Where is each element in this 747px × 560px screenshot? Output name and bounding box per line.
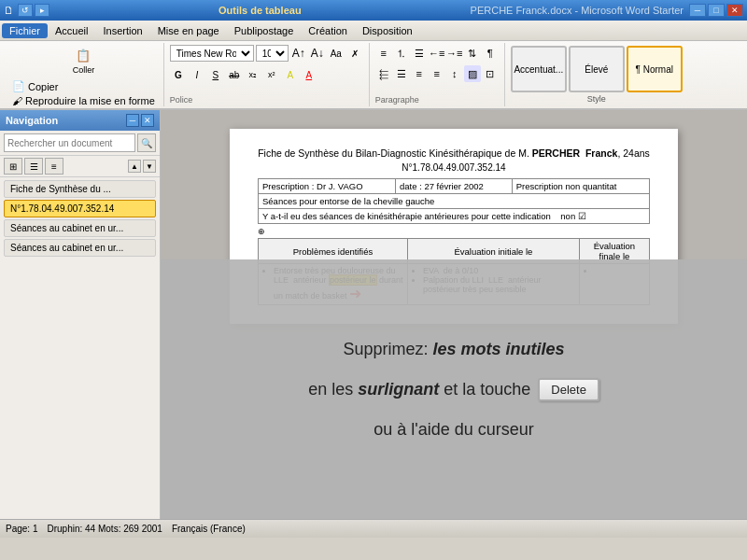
menu-insertion[interactable]: Insertion: [95, 23, 149, 38]
paragraphe-content: ≡ ⒈ ☰ ←≡ →≡ ⇅ ¶ ⬱ ☰ ≡ ≡ ↕ ▨ ⊡: [375, 45, 499, 84]
nav-view-results-button[interactable]: ≡: [45, 158, 63, 175]
font-size-select[interactable]: 10: [256, 45, 289, 62]
tooltip-line-2: en les surlignant et la touche Delete: [308, 378, 599, 401]
window-controls[interactable]: ─ □ ✕: [689, 4, 743, 17]
coller-icon: 📋: [76, 49, 91, 63]
nav-item-3[interactable]: Séances au cabinet en ur...: [4, 239, 156, 257]
doc-title: Fiche de Synthèse du Bilan-Diagnostic Ki…: [258, 147, 650, 159]
style-eleve-label: Élevé: [585, 64, 608, 75]
police-label: Police: [170, 93, 193, 105]
title-bar-left: 🗋 ↺ ▸: [4, 4, 49, 17]
status-page: Page: 1: [6, 524, 37, 534]
menu-disposition[interactable]: Disposition: [355, 23, 420, 38]
menu-accueil[interactable]: Accueil: [48, 23, 95, 38]
nav-item-2[interactable]: Séances au cabinet en ur...: [4, 219, 156, 237]
style-buttons: Accentuat... Élevé ¶ Normal: [511, 46, 683, 92]
police-content: Times New Ro 10 A↑ A↓ Aa ✗ G I S ab x₂: [170, 45, 363, 83]
multilevel-button[interactable]: ☰: [411, 45, 428, 62]
increase-indent-button[interactable]: →≡: [446, 45, 463, 62]
show-formatting-button[interactable]: ¶: [482, 45, 499, 62]
superscript-button[interactable]: x²: [263, 66, 280, 83]
align-left-button[interactable]: ⬱: [375, 65, 392, 82]
maximize-button[interactable]: □: [708, 4, 725, 17]
nav-view-group: ⊞ ☰ ≡: [4, 158, 63, 175]
nav-view-page-button[interactable]: ⊞: [4, 158, 22, 175]
doc-info-table: Prescription : Dr J. VAGO date : 27 févr…: [258, 178, 650, 224]
subscript-button[interactable]: x₂: [245, 66, 261, 83]
add-row-btn[interactable]: ⊕: [258, 227, 650, 236]
menu-fichier[interactable]: Fichier: [2, 23, 48, 38]
align-right-button[interactable]: ≡: [411, 65, 428, 82]
prescription-type-cell: Prescription non quantitat: [512, 179, 649, 194]
nav-pin-button[interactable]: ─: [126, 114, 139, 127]
copier-button[interactable]: 📄 Copier: [9, 79, 158, 93]
font-grow-button[interactable]: A↑: [290, 45, 307, 62]
clear-format-button[interactable]: ✗: [346, 45, 363, 62]
nav-view-headings-button[interactable]: ☰: [24, 158, 43, 175]
italic-button[interactable]: I: [189, 66, 205, 83]
close-button[interactable]: ✕: [726, 4, 743, 17]
font-family-select[interactable]: Times New Ro: [170, 45, 254, 62]
nav-panel-title: Navigation: [6, 115, 58, 126]
nav-items-list: Fiche de Synthèse du ... N°1.78.04.49.00…: [0, 177, 160, 519]
nav-item-0[interactable]: Fiche de Synthèse du ...: [4, 180, 156, 198]
ribbon-content: 📋 Coller 📄 Copier 🖌 Reproduire la mise e…: [0, 41, 747, 108]
style-content: Accentuat... Élevé ¶ Normal Style: [511, 46, 683, 104]
status-words: Druphin: 44 Mots: 269 2001: [47, 524, 162, 534]
font-color-button[interactable]: A: [301, 66, 317, 83]
strikethrough-button[interactable]: ab: [226, 66, 243, 83]
bullets-button[interactable]: ≡: [375, 45, 392, 62]
style-accentuat-button[interactable]: Accentuat...: [511, 46, 567, 92]
bold-button[interactable]: G: [170, 66, 187, 83]
presse-papiers-content: 📋 Coller 📄 Copier 🖌 Reproduire la mise e…: [9, 45, 158, 107]
menu-creation[interactable]: Création: [301, 23, 355, 38]
question-cell: Y a-t-il eu des séances de kinésithérapi…: [259, 209, 650, 224]
coller-button[interactable]: 📋 Coller: [9, 45, 158, 78]
menu-mise-en-page[interactable]: Mise en page: [150, 23, 227, 38]
tooltip-line-1: Supprimez: les mots inutiles: [343, 340, 564, 359]
nav-scroll-up-button[interactable]: ▲: [128, 160, 141, 173]
tooltip-overlay: Supprimez: les mots inutiles en les surl…: [161, 259, 747, 519]
copier-label: Copier: [28, 81, 58, 92]
redo-btn[interactable]: ▸: [35, 4, 49, 17]
nav-item-1[interactable]: N°1.78.04.49.007.352.14: [4, 200, 156, 217]
nav-scroll-down-button[interactable]: ▼: [143, 160, 156, 173]
border-button[interactable]: ⊡: [482, 65, 499, 82]
line-spacing-button[interactable]: ↕: [446, 65, 463, 82]
style-normal-button[interactable]: ¶ Normal: [627, 46, 683, 92]
title-bar-icons: ↺ ▸: [18, 4, 49, 17]
undo-btn[interactable]: ↺: [18, 4, 33, 17]
style-eleve-button[interactable]: Élevé: [569, 46, 625, 92]
highlight-button[interactable]: A: [282, 66, 299, 83]
nav-scroll-controls: ▲ ▼: [128, 160, 156, 173]
align-center-button[interactable]: ☰: [393, 65, 410, 82]
prescription-cell: Prescription : Dr J. VAGO: [259, 179, 396, 194]
underline-button[interactable]: S: [207, 66, 224, 83]
nav-search-button[interactable]: 🔍: [137, 133, 156, 152]
reproduire-icon: 🖌: [12, 95, 22, 106]
ribbon-group-presse-papiers: 📋 Coller 📄 Copier 🖌 Reproduire la mise e…: [4, 43, 164, 106]
nav-view-buttons: ⊞ ☰ ≡ ▲ ▼: [0, 156, 160, 177]
shading-button[interactable]: ▨: [464, 65, 481, 82]
decrease-indent-button[interactable]: ←≡: [429, 45, 445, 62]
nav-search-input[interactable]: [4, 133, 135, 152]
minimize-button[interactable]: ─: [689, 4, 706, 17]
ribbon: 📋 Coller 📄 Copier 🖌 Reproduire la mise e…: [0, 41, 747, 110]
delete-key-button[interactable]: Delete: [538, 378, 599, 401]
menu-publipostage[interactable]: Publipostage: [227, 23, 302, 38]
reproduire-button[interactable]: 🖌 Reproduire la mise en forme: [9, 94, 158, 107]
date-cell: date : 27 février 2002: [396, 179, 513, 194]
menu-bar: Fichier Accueil Insertion Mise en page P…: [0, 21, 747, 41]
justify-button[interactable]: ≡: [429, 65, 445, 82]
font-row-1: Times New Ro 10 A↑ A↓ Aa ✗: [170, 45, 363, 62]
copier-icon: 📄: [12, 80, 25, 92]
sort-button[interactable]: ⇅: [464, 45, 481, 62]
font-shrink-button[interactable]: A↓: [309, 45, 326, 62]
nav-close-button[interactable]: ✕: [141, 114, 154, 127]
status-bar: Page: 1 Druphin: 44 Mots: 269 2001 Franç…: [0, 519, 747, 538]
numbering-button[interactable]: ⒈: [393, 45, 410, 62]
reproduire-label: Reproduire la mise en forme: [25, 95, 155, 106]
navigation-panel: Navigation ─ ✕ 🔍 ⊞ ☰ ≡ ▲ ▼ Fiche de Synt…: [0, 110, 161, 519]
nav-panel-controls[interactable]: ─ ✕: [126, 114, 154, 127]
font-aa-button[interactable]: Aa: [328, 45, 345, 62]
